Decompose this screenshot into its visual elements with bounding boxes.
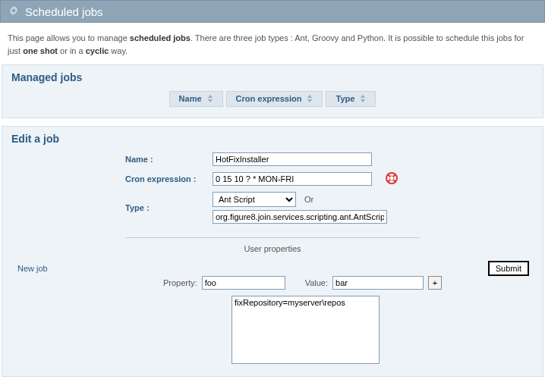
svg-point-12 xyxy=(390,177,394,180)
properties-textarea[interactable] xyxy=(232,296,380,364)
svg-marker-6 xyxy=(361,95,365,98)
edit-job-panel: Edit a job Name : Cron expression : Type… xyxy=(2,126,543,377)
or-text: Or xyxy=(304,195,313,204)
submit-button[interactable]: Submit xyxy=(488,261,529,276)
user-properties-heading: User properties xyxy=(11,244,534,253)
label-type: Type : xyxy=(125,203,213,212)
label-name: Name : xyxy=(125,155,213,164)
cron-input[interactable] xyxy=(213,172,372,186)
col-cron[interactable]: Cron expression xyxy=(226,91,323,107)
value-label: Value: xyxy=(305,278,328,287)
label-cron: Cron expression : xyxy=(125,174,213,183)
intro-text: This page allows you to manage scheduled… xyxy=(0,23,545,64)
svg-marker-7 xyxy=(361,99,365,102)
separator xyxy=(125,237,420,238)
edit-job-title: Edit a job xyxy=(11,133,534,145)
add-property-button[interactable]: + xyxy=(428,276,442,290)
help-icon[interactable] xyxy=(386,172,398,186)
page-header: Scheduled jobs xyxy=(0,0,545,23)
type-select[interactable]: Ant Script xyxy=(213,192,296,207)
svg-marker-4 xyxy=(307,95,312,98)
value-input[interactable] xyxy=(332,276,424,290)
col-type[interactable]: Type xyxy=(326,91,376,107)
svg-marker-3 xyxy=(208,99,213,102)
page-title: Scheduled jobs xyxy=(25,5,103,18)
property-input[interactable] xyxy=(202,276,285,290)
sort-icon xyxy=(207,95,213,104)
jobs-table: Name Cron expression Type xyxy=(166,91,380,107)
col-name[interactable]: Name xyxy=(169,91,223,107)
managed-jobs-panel: Managed jobs Name Cron expression Type xyxy=(2,64,543,118)
sort-icon xyxy=(307,95,313,104)
svg-point-1 xyxy=(12,9,16,13)
gear-icon xyxy=(7,4,20,19)
type-class-input[interactable] xyxy=(213,210,387,224)
svg-marker-5 xyxy=(307,99,312,102)
property-label: Property: xyxy=(163,278,197,287)
new-job-label: New job xyxy=(11,264,125,273)
managed-jobs-title: Managed jobs xyxy=(11,71,534,83)
name-input[interactable] xyxy=(213,152,372,166)
sort-icon xyxy=(360,95,366,104)
svg-marker-2 xyxy=(208,95,213,98)
